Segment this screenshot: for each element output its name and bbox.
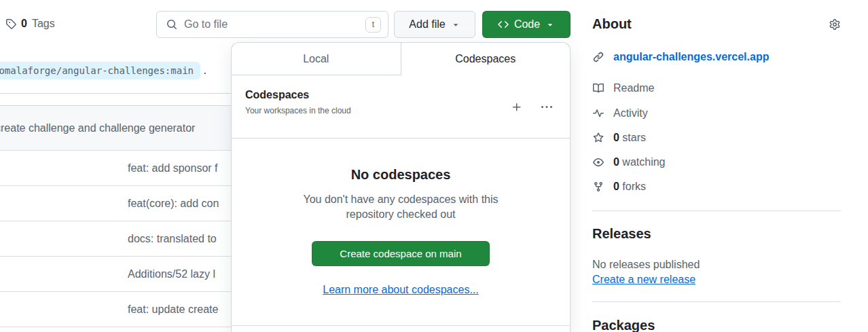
book-icon (593, 83, 604, 94)
repo-content-background: tomalaforge/angular-challenges:main . cr… (0, 49, 232, 332)
edit-repo-settings-button[interactable] (829, 19, 840, 30)
tab-local[interactable]: Local (232, 43, 401, 75)
search-icon (166, 19, 177, 30)
code-dropdown-panel: Local Codespaces Codespaces Your workspa… (231, 42, 571, 332)
gear-icon (829, 19, 840, 30)
sidebar-item-forks[interactable]: 0 forks (593, 179, 646, 195)
about-sidebar: About angular-challenges.vercel.app Read… (592, 0, 841, 332)
activity-label: Activity (613, 107, 648, 119)
sidebar-item-stars[interactable]: 0 stars (593, 130, 646, 146)
sidebar-item-activity[interactable]: Activity (593, 105, 648, 122)
tab-codespaces[interactable]: Codespaces (401, 43, 571, 75)
pulse-icon (593, 108, 604, 119)
watching-label: watching (622, 156, 665, 168)
table-row[interactable]: feat: add sponsor f (0, 151, 232, 186)
sidebar-divider (592, 210, 841, 211)
forks-label: forks (622, 181, 646, 192)
section-divider (0, 93, 232, 94)
code-icon (498, 19, 509, 30)
commit-message-link[interactable]: feat: update create (128, 303, 218, 316)
learn-more-link[interactable]: Learn more about codespaces... (323, 284, 478, 296)
file-table: create challenge and challenge generator… (0, 105, 232, 327)
codespaces-header: Codespaces Your workspaces in the cloud (232, 75, 570, 139)
triangle-down-icon (451, 20, 460, 29)
add-file-label: Add file (409, 18, 445, 31)
stars-count: 0 (613, 132, 619, 143)
watching-count: 0 (613, 156, 619, 168)
code-button[interactable]: Code (482, 11, 571, 38)
triangle-down-icon (545, 20, 555, 29)
sidebar-item-watching[interactable]: 0 watching (593, 154, 666, 170)
releases-empty-text: No releases published (592, 259, 700, 271)
forks-count: 0 (613, 181, 619, 192)
releases-heading: Releases (592, 226, 651, 242)
kebab-horizontal-icon (541, 102, 552, 113)
fork-icon (593, 181, 604, 192)
code-dropdown-tabs: Local Codespaces (232, 43, 570, 75)
plus-icon (511, 102, 522, 113)
codespaces-title: Codespaces (245, 89, 556, 101)
table-row[interactable]: feat: update create (0, 292, 232, 327)
branch-snippet-row: tomalaforge/angular-challenges:main . (0, 62, 206, 79)
sidebar-item-readme[interactable]: Readme (593, 80, 654, 96)
code-button-label: Code (514, 18, 540, 31)
shortcut-key-badge: t (365, 17, 381, 33)
go-to-file-input[interactable] (184, 18, 365, 31)
table-row[interactable]: docs: translated to (0, 221, 232, 257)
stars-label: stars (622, 132, 646, 143)
panel-footer-divider (232, 325, 570, 326)
create-codespace-button[interactable]: Create codespace on main (312, 241, 489, 266)
repo-page: 0 Tags t Add file Code tomalaforge/angul… (0, 0, 868, 332)
codespaces-options-button[interactable] (541, 102, 552, 113)
repo-website-link[interactable]: angular-challenges.vercel.app (593, 49, 769, 65)
tags-count: 0 (21, 18, 27, 30)
tag-icon (5, 18, 16, 29)
link-icon (593, 52, 604, 62)
empty-state-title: No codespaces (232, 167, 570, 183)
website-url: angular-challenges.vercel.app (613, 51, 769, 63)
codespaces-empty-state: No codespaces You don't have any codespa… (232, 167, 570, 296)
star-icon (593, 132, 604, 143)
eye-icon (593, 157, 604, 168)
codespaces-header-actions (511, 102, 552, 113)
empty-state-description: You don't have any codespaces with this … (292, 192, 509, 222)
branch-snippet: tomalaforge/angular-challenges:main (0, 62, 200, 79)
commit-message-link[interactable]: Additions/52 lazy l (128, 268, 215, 280)
sidebar-divider (592, 301, 841, 302)
add-file-button[interactable]: Add file (394, 11, 475, 38)
commit-message-link[interactable]: feat(core): add con (128, 198, 219, 210)
tags-label: Tags (32, 18, 55, 30)
codespaces-subtitle: Your workspaces in the cloud (245, 106, 556, 115)
commit-message-link[interactable]: docs: translated to (128, 233, 217, 245)
latest-commit-row[interactable]: create challenge and challenge generator (0, 106, 232, 151)
readme-label: Readme (613, 82, 654, 94)
file-finder[interactable]: t (156, 11, 388, 38)
packages-heading: Packages (592, 318, 655, 332)
about-heading: About (592, 16, 632, 32)
table-row[interactable]: Additions/52 lazy l (0, 257, 232, 292)
create-release-link[interactable]: Create a new release (592, 274, 695, 286)
new-codespace-button[interactable] (511, 102, 522, 113)
commit-message-link[interactable]: feat: add sponsor f (128, 162, 218, 174)
snippet-suffix: . (203, 64, 206, 76)
tags-link[interactable]: 0 Tags (5, 18, 55, 30)
latest-commit-message[interactable]: create challenge and challenge generator (0, 122, 195, 134)
table-row[interactable]: feat(core): add con (0, 186, 232, 221)
